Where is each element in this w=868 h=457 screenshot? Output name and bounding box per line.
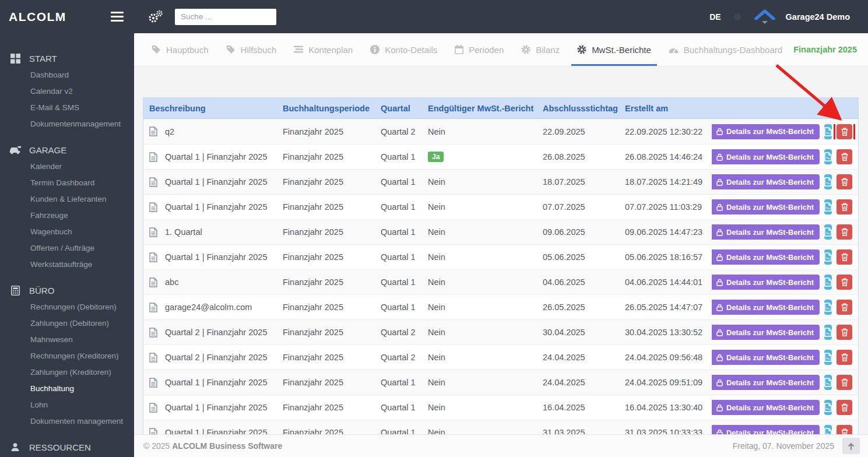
- column-header-beschreibung[interactable]: Beschreibung: [143, 104, 277, 113]
- delete-button[interactable]: [837, 199, 852, 215]
- details-vat-report-button[interactable]: Details zur MwSt-Bericht: [712, 300, 820, 315]
- sidebar-item[interactable]: Dashboard: [0, 66, 134, 83]
- sidebar-item[interactable]: Dokumenten management: [0, 413, 134, 429]
- delete-button[interactable]: [837, 174, 852, 189]
- sidebar-section-buero: BÜRO Rechnungen (Debitoren) Zahlungen (D…: [0, 282, 134, 429]
- sidebar-item[interactable]: Zahlungen (Debitoren): [0, 315, 134, 331]
- tab-hilfsbuch[interactable]: Hilfsbuch: [225, 33, 278, 66]
- delete-button[interactable]: [837, 325, 852, 340]
- sidebar-section-start-header[interactable]: START: [0, 50, 134, 66]
- hamburger-menu-icon[interactable]: [111, 12, 124, 22]
- sidebar-item[interactable]: Zahlungen (Kreditoren): [0, 364, 134, 380]
- sidebar-item[interactable]: Lohn: [0, 396, 134, 413]
- details-vat-report-button[interactable]: Details zur MwSt-Bericht: [712, 400, 820, 415]
- language-selector[interactable]: DE: [709, 12, 721, 22]
- delete-button[interactable]: [837, 400, 852, 415]
- delete-button[interactable]: [837, 149, 852, 164]
- footer: © 2025 ALCOLM Business Software Freitag,…: [134, 434, 868, 457]
- sidebar-item[interactable]: Rechnungen (Kreditoren): [0, 347, 134, 364]
- settings-gears-icon[interactable]: [147, 10, 164, 24]
- tab-perioden[interactable]: Perioden: [454, 33, 505, 66]
- details-vat-report-button[interactable]: Details zur MwSt-Bericht: [712, 275, 820, 290]
- details-vat-report-button[interactable]: Details zur MwSt-Bericht: [712, 124, 820, 139]
- pdf-export-button[interactable]: [824, 224, 832, 240]
- tab-mwst-berichte[interactable]: MwSt.-Berichte: [576, 33, 652, 66]
- sidebar-item[interactable]: Calendar v2: [0, 83, 134, 99]
- sidebar-item[interactable]: Werkstattaufträge: [0, 256, 134, 272]
- details-vat-report-button[interactable]: Details zur MwSt-Bericht: [712, 249, 820, 265]
- pdf-export-button[interactable]: [824, 149, 832, 164]
- delete-highlight-box: [837, 425, 852, 434]
- pdf-export-button[interactable]: [824, 400, 832, 415]
- sidebar-item[interactable]: Mahnwesen: [0, 331, 134, 347]
- tab-buchhaltungs-dashboard[interactable]: Buchhaltungs-Dashboard: [667, 33, 783, 66]
- details-vat-report-button[interactable]: Details zur MwSt-Bericht: [712, 375, 820, 390]
- details-vat-report-button[interactable]: Details zur MwSt-Bericht: [712, 425, 820, 434]
- details-vat-report-button[interactable]: Details zur MwSt-Bericht: [712, 325, 820, 340]
- table-row: q2 Finanzjahr 2025 Quartal 2 Nein 22.09.…: [143, 119, 858, 144]
- tab-hauptbuch[interactable]: Hauptbuch: [150, 33, 210, 66]
- account-name[interactable]: Garage24 Demo: [786, 12, 850, 22]
- delete-button[interactable]: [837, 300, 852, 315]
- delete-button[interactable]: [837, 275, 852, 290]
- pdf-export-button[interactable]: [824, 275, 832, 290]
- sidebar-section-garage-header[interactable]: GARAGE: [0, 142, 134, 158]
- details-vat-report-button[interactable]: Details zur MwSt-Bericht: [712, 224, 820, 240]
- details-vat-report-button[interactable]: Details zur MwSt-Bericht: [712, 350, 820, 365]
- delete-button[interactable]: [837, 375, 852, 390]
- pdf-export-button[interactable]: [824, 350, 832, 365]
- pdf-export-button[interactable]: [824, 375, 832, 390]
- sidebar-item[interactable]: Buchhaltung: [0, 380, 134, 396]
- trash-icon: [841, 128, 848, 136]
- user-icon: [9, 442, 22, 452]
- account-logo-dropdown[interactable]: [754, 9, 776, 24]
- document-icon: [149, 428, 157, 435]
- sidebar-item[interactable]: Fahrzeuge: [0, 207, 134, 223]
- tab-konto-details[interactable]: Konto-Details: [369, 33, 438, 66]
- scroll-to-top-button[interactable]: [842, 438, 860, 454]
- pdf-file-icon: [824, 303, 832, 312]
- sidebar-item[interactable]: Wagenbuch: [0, 223, 134, 240]
- details-vat-report-button[interactable]: Details zur MwSt-Bericht: [712, 149, 820, 164]
- details-vat-report-button[interactable]: Details zur MwSt-Bericht: [712, 199, 820, 215]
- column-header-abschlussstichtag[interactable]: Abschlussstichtag: [537, 104, 619, 113]
- column-header-quartal[interactable]: Quartal: [375, 104, 422, 113]
- delete-button[interactable]: [837, 124, 852, 139]
- sidebar-item[interactable]: E-Mail & SMS: [0, 99, 134, 115]
- delete-button[interactable]: [837, 224, 852, 240]
- row-created-at: 30.04.2025 13:30:52: [619, 328, 712, 337]
- tab-bilanz[interactable]: Bilanz: [520, 33, 561, 66]
- sidebar-section-ressourcen-header[interactable]: RESSOURCEN: [0, 439, 134, 455]
- row-created-at: 26.05.2025 14:47:07: [619, 303, 712, 312]
- column-header-endgueltiger-bericht[interactable]: Endgültiger MwSt.-Bericht: [422, 104, 537, 113]
- tab-kontenplan[interactable]: Kontenplan: [293, 33, 354, 66]
- pdf-export-button[interactable]: [824, 300, 832, 315]
- sidebar-item[interactable]: Termin Dashboard: [0, 174, 134, 191]
- pdf-export-button[interactable]: [824, 425, 832, 434]
- delete-button[interactable]: [837, 350, 852, 365]
- sidebar-item[interactable]: Dokumentenmanagement: [0, 115, 134, 132]
- row-description: abc: [165, 277, 178, 287]
- details-vat-report-button[interactable]: Details zur MwSt-Bericht: [712, 174, 820, 189]
- pdf-export-button[interactable]: [824, 174, 832, 189]
- pdf-export-button[interactable]: [824, 124, 832, 139]
- column-header-erstellt-am[interactable]: Erstellt am: [619, 104, 712, 113]
- sidebar-item[interactable]: Kalender: [0, 158, 134, 174]
- delete-button[interactable]: [837, 249, 852, 265]
- gear-icon: [577, 45, 586, 54]
- pdf-export-button[interactable]: [824, 325, 832, 340]
- row-period: Finanzjahr 2025: [277, 177, 375, 187]
- sidebar-item[interactable]: Kunden & Lieferanten: [0, 191, 134, 207]
- lock-icon: [716, 429, 723, 435]
- table-row: Quartal 2 | Finanzjahr 2025 Finanzjahr 2…: [143, 344, 858, 370]
- delete-button[interactable]: [837, 425, 852, 434]
- sidebar-item[interactable]: Offerten / Aufträge: [0, 240, 134, 256]
- pdf-export-button[interactable]: [824, 199, 832, 215]
- search-input[interactable]: [175, 9, 276, 25]
- calendar-icon: [455, 45, 463, 54]
- row-description: Quartal 2 | Finanzjahr 2025: [165, 353, 267, 362]
- sidebar-section-buero-header[interactable]: BÜRO: [0, 282, 134, 298]
- sidebar-item[interactable]: Rechnungen (Debitoren): [0, 298, 134, 315]
- pdf-export-button[interactable]: [824, 249, 832, 265]
- column-header-buchhaltungsperiode[interactable]: Buchhaltungsperiode: [277, 104, 375, 113]
